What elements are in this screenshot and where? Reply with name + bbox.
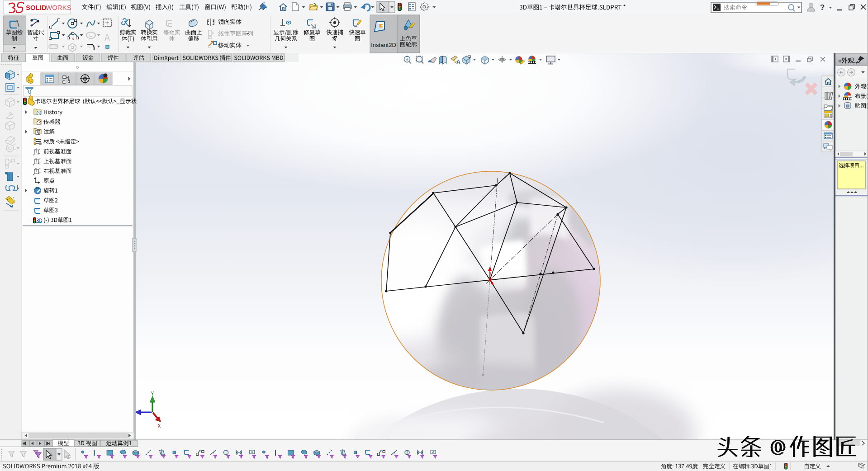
svg-text:?: ? [820, 3, 825, 12]
svg-text:A: A [456, 59, 460, 65]
svg-text:Instant2D: Instant2D [371, 42, 396, 48]
svg-text:SOLID: SOLID [26, 4, 47, 11]
svg-text:WORKS: WORKS [46, 4, 71, 11]
